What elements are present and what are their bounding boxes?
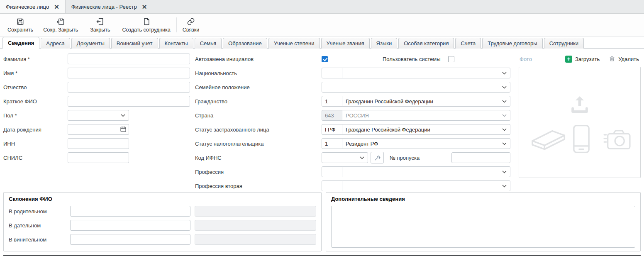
profession2-code-input[interactable]: [322, 180, 342, 191]
genitive-input[interactable]: [70, 206, 190, 217]
tab-osobaya-kategoriya[interactable]: Особая категория: [398, 38, 454, 49]
genitive-auto-input: [195, 206, 316, 217]
citizenship-select[interactable]: Гражданин Российской Федерации: [342, 96, 510, 107]
save-label: Сохранить: [7, 27, 33, 33]
links-button[interactable]: Связки: [178, 16, 204, 34]
ifns-select[interactable]: [322, 152, 368, 163]
patronymic-label: Отчество: [3, 84, 68, 90]
nationality-field: [322, 68, 510, 78]
calendar-icon[interactable]: [120, 126, 127, 134]
gender-select[interactable]: [68, 110, 129, 121]
form-bottom: Склонения ФИО В родительном В дательном …: [3, 192, 641, 251]
photo-dropzone[interactable]: [519, 67, 641, 178]
tab-uchenye-zvaniya[interactable]: Ученые звания: [321, 38, 370, 49]
tab-sotrudniki[interactable]: Сотрудники: [544, 38, 584, 49]
save-close-button[interactable]: Сохр. Закрыть: [38, 16, 83, 34]
tab-semya[interactable]: Семья: [195, 38, 222, 49]
form-tab-bar: Сведения Адреса Документы Воинский учет …: [0, 37, 644, 49]
tab-kontakty[interactable]: Контакты: [159, 38, 193, 49]
insured-status-select[interactable]: Граждане Российской Федерации: [342, 124, 510, 135]
accusative-label: В винительном: [9, 236, 70, 243]
profession2-label: Профессия вторая: [195, 183, 322, 189]
nationality-select[interactable]: [342, 68, 510, 78]
window-tab-registry-label: Физические лица - Реестр: [71, 4, 137, 10]
declension-panel: Склонения ФИО В родительном В дательном …: [3, 192, 322, 251]
nationality-code-input[interactable]: [322, 68, 342, 78]
tab-obrazovanie[interactable]: Образование: [223, 38, 267, 49]
toolbar-separator: [176, 17, 177, 32]
toolbar-separator: [84, 17, 84, 32]
close-tab-icon[interactable]: ✕: [142, 4, 147, 10]
snils-label: СНИЛС: [3, 155, 68, 161]
patronymic-input[interactable]: [68, 82, 190, 93]
system-user-checkbox[interactable]: [448, 56, 454, 62]
window-tab-registry[interactable]: Физические лица - Реестр ✕: [66, 0, 154, 13]
chevron-down-icon: [502, 100, 507, 103]
chevron-down-icon: [502, 72, 507, 75]
dative-input[interactable]: [70, 220, 190, 231]
insured-status-label: Статус застрахованного лица: [195, 127, 322, 133]
toolbar: Сохранить Сохр. Закрыть Закрыть Создать …: [0, 14, 644, 37]
magic-wand-button[interactable]: [371, 152, 384, 163]
snils-input[interactable]: [68, 152, 129, 163]
birth-date-field: [68, 124, 129, 135]
profession-select[interactable]: [342, 166, 510, 177]
magic-wand-icon: [374, 154, 381, 161]
surname-input[interactable]: [68, 54, 190, 64]
window-tab-bar: Физическое лицо ✕ Физические лица - Реес…: [0, 0, 644, 14]
tab-svedeniya[interactable]: Сведения: [2, 37, 39, 49]
auto-initials-checkbox[interactable]: [322, 56, 328, 62]
declension-title: Склонения ФИО: [9, 196, 316, 202]
tab-uchenye-stepeni[interactable]: Ученые степени: [268, 38, 320, 49]
photo-section: Фото + Загрузить Удалить: [519, 54, 641, 192]
save-close-label: Сохр. Закрыть: [43, 27, 78, 33]
create-employee-label: Создать сотрудника: [122, 27, 170, 33]
document-new-icon: [142, 17, 151, 26]
profession-label: Профессия: [195, 169, 322, 175]
form-top: Фамилия * Имя * Отчество Краткое ФИО Пол…: [3, 49, 641, 192]
profession-code-input[interactable]: [322, 166, 342, 177]
taxpayer-status-code-input[interactable]: [322, 138, 342, 149]
delete-photo-button[interactable]: Удалить: [609, 55, 639, 63]
citizenship-value: Гражданин Российской Федерации: [346, 98, 433, 105]
pass-number-input[interactable]: [451, 152, 510, 163]
links-label: Связки: [183, 27, 199, 33]
toolbar-separator: [116, 17, 116, 32]
tab-dokumenty[interactable]: Документы: [71, 38, 110, 49]
plus-icon: +: [565, 56, 572, 63]
marital-select[interactable]: [322, 82, 510, 93]
close-tab-icon[interactable]: ✕: [54, 4, 59, 10]
profession2-select[interactable]: [342, 180, 510, 191]
birth-date-label: Дата рождения: [3, 127, 68, 133]
tab-trudovye-dogovory[interactable]: Трудовые договоры: [482, 38, 542, 49]
taxpayer-status-value: Резидент РФ: [346, 141, 378, 147]
inn-label: ИНН: [3, 141, 68, 147]
insured-status-code-input[interactable]: [322, 124, 342, 135]
chevron-down-icon: [502, 185, 507, 188]
scanner-icon: [529, 125, 569, 153]
tab-adresa[interactable]: Адреса: [41, 38, 70, 49]
gender-label: Пол *: [3, 112, 68, 119]
short-fio-input[interactable]: [68, 96, 190, 107]
taxpayer-status-select[interactable]: Резидент РФ: [342, 138, 510, 149]
country-select: РОССИЯ: [342, 110, 510, 121]
window-tab-person[interactable]: Физическое лицо ✕: [0, 0, 66, 13]
tab-scheta[interactable]: Счета: [455, 38, 481, 49]
name-input[interactable]: [68, 68, 190, 78]
photo-title: Фото: [520, 56, 532, 62]
tab-yazyki[interactable]: Языки: [371, 38, 398, 49]
close-button[interactable]: Закрыть: [85, 16, 115, 34]
accusative-input[interactable]: [70, 234, 190, 245]
save-button[interactable]: Сохранить: [2, 16, 38, 34]
upload-photo-button[interactable]: + Загрузить: [565, 55, 600, 63]
inn-input[interactable]: [68, 138, 129, 149]
window-tab-person-label: Физическое лицо: [6, 4, 49, 10]
marital-field: [322, 82, 510, 93]
citizenship-code-input[interactable]: [322, 96, 342, 107]
tab-voinskiy-uchet[interactable]: Воинский учет: [111, 38, 158, 49]
dative-auto-input: [195, 220, 316, 231]
create-employee-button[interactable]: Создать сотрудника: [117, 16, 175, 34]
short-fio-label: Краткое ФИО: [3, 98, 68, 105]
upload-photo-label: Загрузить: [575, 56, 600, 62]
additional-info-textarea[interactable]: [331, 206, 635, 248]
